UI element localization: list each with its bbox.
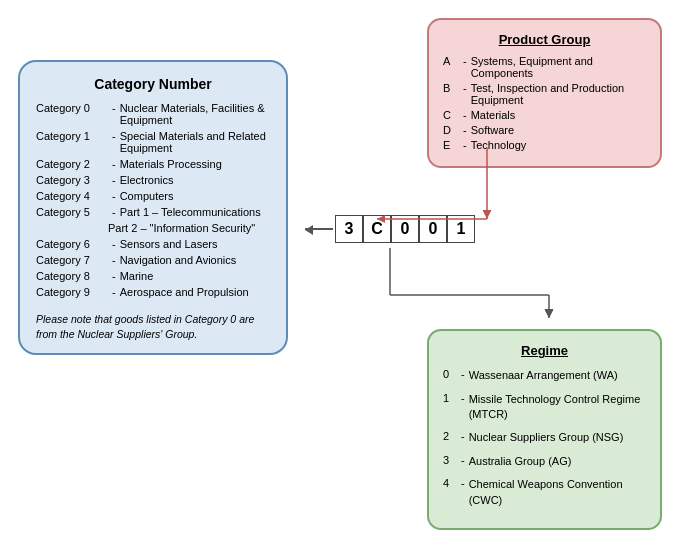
cat-dash-5: - [112,206,116,218]
cat-dash-8: - [112,270,116,282]
cat-desc-1: Special Materials and Related Equipment [120,130,270,154]
regime-desc-2: Nuclear Suppliers Group (NSG) [469,430,646,445]
prod-row-d: D - Software [443,124,646,136]
regime-row-4: 4 - Chemical Weapons Convention (CWC) [443,477,646,508]
cat-row-7: Category 7 - Navigation and Avionics [36,254,270,266]
regime-row-0: 0 - Wassenaar Arrangement (WA) [443,368,646,383]
regime-box-title: Regime [443,343,646,358]
regime-dash-4: - [461,477,465,489]
regime-num-4: 4 [443,477,457,489]
regime-dash-0: - [461,368,465,380]
code-digit-4: 0 [419,215,447,243]
cat-label-1: Category 1 [36,130,108,142]
cat-row-5b: Part 2 – "Information Security" [36,222,270,234]
cat-desc-8: Marine [120,270,270,282]
cat-label-5: Category 5 [36,206,108,218]
category-note: Please note that goods listed in Categor… [36,312,270,341]
prod-desc-a: Systems, Equipment and Components [471,55,646,79]
regime-dash-2: - [461,430,465,442]
cat-desc-9: Aerospace and Propulsion [120,286,270,298]
cat-row-9: Category 9 - Aerospace and Propulsion [36,286,270,298]
cat-desc-5b: Part 2 – "Information Security" [108,222,270,234]
category-box-title: Category Number [36,76,270,92]
cat-row-3: Category 3 - Electronics [36,174,270,186]
code-container: 3 C 0 0 1 [305,215,475,243]
cat-desc-0: Nuclear Materials, Facilities & Equipmen… [120,102,270,126]
regime-num-0: 0 [443,368,457,380]
regime-num-3: 3 [443,454,457,466]
prod-dash-c: - [463,109,467,121]
code-digit-5: 1 [447,215,475,243]
cat-desc-4: Computers [120,190,270,202]
cat-label-3: Category 3 [36,174,108,186]
cat-row-2: Category 2 - Materials Processing [36,158,270,170]
product-box-title: Product Group [443,32,646,47]
cat-desc-3: Electronics [120,174,270,186]
cat-desc-6: Sensors and Lasers [120,238,270,250]
prod-dash-e: - [463,139,467,151]
prod-letter-e: E [443,139,459,151]
cat-row-0: Category 0 - Nuclear Materials, Faciliti… [36,102,270,126]
regime-row-3: 3 - Australia Group (AG) [443,454,646,469]
regime-desc-4: Chemical Weapons Convention (CWC) [469,477,646,508]
category-number-box: Category Number Category 0 - Nuclear Mat… [18,60,288,355]
regime-desc-3: Australia Group (AG) [469,454,646,469]
cat-label-6: Category 6 [36,238,108,250]
prod-letter-d: D [443,124,459,136]
prod-row-a: A - Systems, Equipment and Components [443,55,646,79]
prod-dash-d: - [463,124,467,136]
cat-dash-1: - [112,130,116,142]
prod-dash-b: - [463,82,467,94]
cat-label-2: Category 2 [36,158,108,170]
prod-row-e: E - Technology [443,139,646,151]
regime-desc-0: Wassenaar Arrangement (WA) [469,368,646,383]
cat-label-9: Category 9 [36,286,108,298]
prod-desc-c: Materials [471,109,646,121]
cat-label-0: Category 0 [36,102,108,114]
cat-label-7: Category 7 [36,254,108,266]
svg-marker-6 [545,310,553,318]
cat-desc-2: Materials Processing [120,158,270,170]
regime-num-2: 2 [443,430,457,442]
prod-letter-a: A [443,55,459,67]
cat-row-8: Category 8 - Marine [36,270,270,282]
cat-dash-9: - [112,286,116,298]
cat-desc-5: Part 1 – Telecommunications [120,206,270,218]
prod-row-c: C - Materials [443,109,646,121]
cat-dash-2: - [112,158,116,170]
cat-desc-7: Navigation and Avionics [120,254,270,266]
cat-row-6: Category 6 - Sensors and Lasers [36,238,270,250]
regime-dash-3: - [461,454,465,466]
regime-box: Regime 0 - Wassenaar Arrangement (WA) 1 … [427,329,662,530]
prod-desc-d: Software [471,124,646,136]
cat-row-5: Category 5 - Part 1 – Telecommunications [36,206,270,218]
arrow-left-icon [305,228,333,230]
cat-dash-4: - [112,190,116,202]
regime-desc-1: Missile Technology Control Regime (MTCR) [469,392,646,423]
cat-label-8: Category 8 [36,270,108,282]
cat-dash-7: - [112,254,116,266]
prod-desc-b: Test, Inspection and Production Equipmen… [471,82,646,106]
cat-dash-0: - [112,102,116,114]
cat-dash-6: - [112,238,116,250]
code-digit-3: 0 [391,215,419,243]
cat-row-1: Category 1 - Special Materials and Relat… [36,130,270,154]
product-group-box: Product Group A - Systems, Equipment and… [427,18,662,168]
code-cells: 3 C 0 0 1 [335,215,475,243]
code-digit-2: C [363,215,391,243]
prod-letter-c: C [443,109,459,121]
regime-row-1: 1 - Missile Technology Control Regime (M… [443,392,646,423]
prod-dash-a: - [463,55,467,67]
regime-num-1: 1 [443,392,457,404]
cat-row-4: Category 4 - Computers [36,190,270,202]
cat-label-4: Category 4 [36,190,108,202]
cat-dash-3: - [112,174,116,186]
code-digit-1: 3 [335,215,363,243]
prod-letter-b: B [443,82,459,94]
regime-dash-1: - [461,392,465,404]
prod-desc-e: Technology [471,139,646,151]
prod-row-b: B - Test, Inspection and Production Equi… [443,82,646,106]
regime-row-2: 2 - Nuclear Suppliers Group (NSG) [443,430,646,445]
